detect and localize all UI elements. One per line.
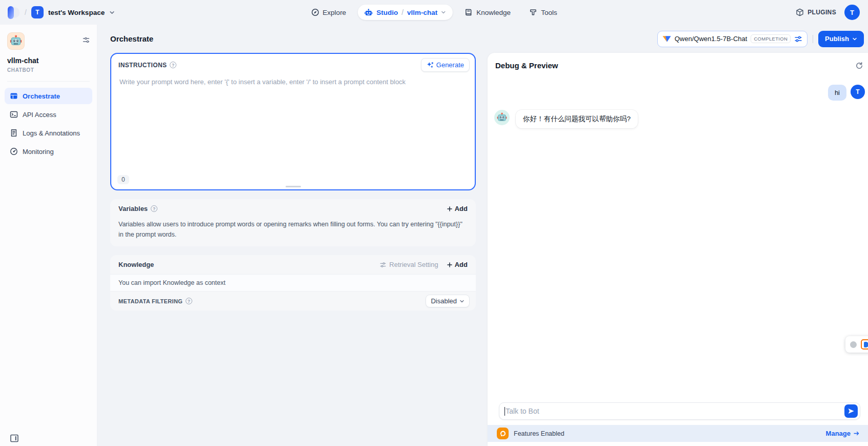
add-knowledge-button[interactable]: Add (447, 261, 468, 268)
plugins-label: PLUGINS (808, 9, 836, 16)
publish-label: Publish (825, 35, 849, 43)
top-navigation-bar: / T test's Workspace Explore Studio / vl… (0, 0, 868, 25)
features-enabled-label: Features Enabled (514, 430, 564, 437)
chevron-down-icon[interactable] (441, 10, 446, 15)
model-selector[interactable]: Qwen/Qwen1.5-7B-Chat COMPLETION (657, 31, 808, 47)
breadcrumb-separator: / (25, 8, 27, 16)
bot-avatar (494, 110, 510, 125)
gauge-icon (10, 147, 18, 156)
nav-label: Knowledge (476, 9, 511, 16)
workspace-avatar: T (31, 6, 44, 18)
instructions-placeholder: Write your prompt word here, enter '{' t… (119, 78, 406, 86)
chevron-down-icon (852, 36, 857, 42)
model-mode-badge: COMPLETION (751, 34, 791, 43)
send-button[interactable] (844, 404, 858, 418)
generate-label: Generate (436, 61, 464, 69)
retrieval-setting-button[interactable]: Retrieval Setting (379, 261, 438, 268)
app-sidebar: vllm-chat CHATBOT Orchestrate API Access (0, 25, 97, 446)
knowledge-description: You can import Knowledge as context (110, 274, 476, 292)
user-message-bubble: hi (828, 85, 846, 101)
sparkles-icon (427, 62, 434, 69)
divider (813, 35, 813, 43)
nav-item-tools[interactable]: Tools (522, 5, 564, 20)
book-icon (465, 8, 473, 16)
nav-item-studio[interactable]: Studio / vllm-chat (358, 5, 453, 20)
nav-separator: / (401, 8, 403, 16)
sidebar-item-api-access[interactable]: API Access (5, 106, 92, 123)
app-name: vllm-chat (7, 56, 90, 65)
app-info-card: vllm-chat CHATBOT (0, 25, 97, 76)
talk-to-bot-input[interactable]: Talk to Bot (499, 402, 860, 420)
bot-message-bubble: 你好！有什么问题我可以帮助你吗? (516, 110, 638, 128)
orchestrate-config-column: INSTRUCTIONS Generate Write y (97, 53, 488, 446)
help-icon[interactable] (170, 62, 176, 68)
add-label: Add (455, 261, 468, 268)
main-nav: Explore Studio / vllm-chat Knowledge (304, 0, 563, 25)
variables-title: Variables (118, 205, 148, 212)
nav-item-knowledge[interactable]: Knowledge (458, 5, 517, 20)
page-title: Orchestrate (110, 34, 153, 43)
debug-preview-panel: Debug & Preview hi T (488, 53, 868, 446)
input-placeholder: Talk to Bot (506, 407, 539, 415)
instructions-card: INSTRUCTIONS Generate Write y (110, 53, 476, 190)
sidebar-item-label: Monitoring (23, 148, 54, 156)
divider (7, 81, 90, 82)
app-avatar (7, 32, 25, 50)
model-name: Qwen/Qwen1.5-7B-Chat (675, 35, 748, 43)
workspace-name[interactable]: test's Workspace (48, 9, 105, 16)
user-message-row: hi T (494, 85, 865, 101)
variables-description: Variables allow users to introduce promp… (110, 218, 476, 246)
app-operations-icon[interactable] (82, 36, 90, 44)
metadata-filtering-label: METADATA FILTERING (118, 298, 183, 304)
page-toolbar: Orchestrate Qwen/Qwen1.5-7B-Chat COMPLET… (97, 25, 868, 53)
model-settings-icon[interactable] (794, 35, 802, 43)
manage-features-link[interactable]: Manage (826, 430, 860, 437)
publish-button[interactable]: Publish (818, 31, 864, 47)
variables-card: Variables Add Variables allow users to i… (110, 199, 476, 246)
plugins-button[interactable]: PLUGINS (796, 8, 836, 16)
instructions-input[interactable]: Write your prompt word here, enter '{' t… (111, 74, 475, 189)
sidebar-item-label: API Access (23, 111, 56, 119)
instructions-title: INSTRUCTIONS (118, 62, 167, 69)
manage-label: Manage (826, 430, 851, 437)
sidebar-item-label: Logs & Annotations (23, 129, 80, 137)
character-count: 0 (117, 175, 129, 184)
compass-icon (311, 8, 319, 16)
help-icon[interactable] (186, 298, 192, 304)
nav-label: Tools (541, 9, 557, 16)
help-icon[interactable] (151, 205, 157, 212)
resize-handle[interactable] (286, 186, 301, 187)
current-app-name[interactable]: vllm-chat (407, 9, 437, 16)
restart-conversation-icon[interactable] (855, 62, 863, 70)
collapse-sidebar-button[interactable] (8, 432, 21, 444)
plus-icon (447, 262, 453, 268)
sidebar-item-monitoring[interactable]: Monitoring (5, 143, 92, 160)
app-screen: / T test's Workspace Explore Studio / vl… (0, 0, 868, 446)
chevron-down-icon[interactable] (109, 10, 115, 15)
document-list-icon (10, 129, 18, 137)
add-variable-button[interactable]: Add (447, 205, 468, 212)
chat-footer: Talk to Bot (488, 402, 868, 446)
account-avatar[interactable]: T (844, 5, 860, 20)
text-caret (504, 407, 505, 416)
sidebar-item-logs-annotations[interactable]: Logs & Annotations (5, 125, 92, 141)
retrieval-settings-icon (379, 261, 387, 268)
metadata-filtering-value: Disabled (431, 297, 457, 305)
chevron-down-icon (459, 299, 465, 304)
nav-label: Explore (322, 9, 346, 16)
metadata-filtering-dropdown[interactable]: Disabled (426, 295, 470, 307)
app-type-badge: CHATBOT (7, 67, 90, 73)
plus-icon (447, 206, 453, 212)
dify-logo[interactable] (7, 6, 20, 20)
terminal-icon (10, 110, 18, 119)
nav-item-explore[interactable]: Explore (304, 5, 353, 20)
generate-button[interactable]: Generate (421, 58, 470, 72)
package-icon (796, 8, 804, 16)
status-dot (850, 341, 857, 348)
sidebar-item-orchestrate[interactable]: Orchestrate (5, 88, 92, 104)
add-label: Add (455, 205, 468, 212)
main-content: Orchestrate Qwen/Qwen1.5-7B-Chat COMPLET… (97, 25, 868, 446)
extension-overlay-widget[interactable] (845, 336, 868, 353)
hammer-icon (529, 8, 537, 16)
chat-message-list: hi T 你好！有什么问题我可以帮助你吗? (488, 70, 868, 402)
